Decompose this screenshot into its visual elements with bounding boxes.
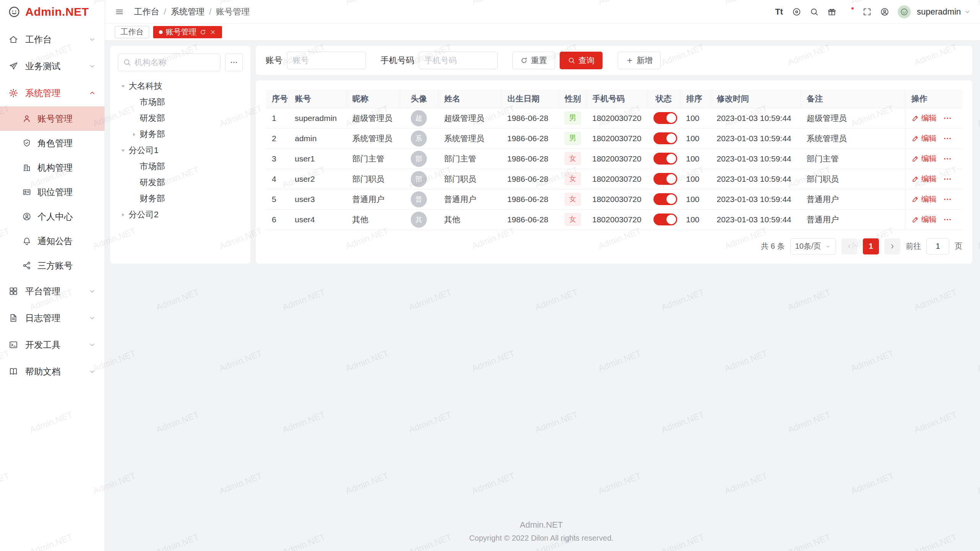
sidebar-subitem-2-3[interactable]: 职位管理 bbox=[0, 180, 105, 204]
table-row: 3 user1 部门主管 部 部门主管 1986-06-28 女 1802003… bbox=[266, 148, 962, 169]
add-button[interactable]: 新增 bbox=[618, 52, 661, 69]
cell-remark: 系统管理员 bbox=[800, 128, 905, 148]
component-size-icon[interactable] bbox=[789, 4, 804, 20]
breadcrumb-item-workbench[interactable]: 工作台 bbox=[134, 6, 159, 18]
next-page-button[interactable] bbox=[884, 238, 900, 254]
avatar: 普 bbox=[411, 191, 427, 207]
more-actions-button[interactable] bbox=[943, 134, 952, 143]
cell-avatar: 其 bbox=[400, 209, 438, 230]
edit-button[interactable]: 编辑 bbox=[911, 153, 937, 164]
username[interactable]: superadmin bbox=[917, 7, 961, 17]
status-toggle[interactable] bbox=[653, 214, 677, 225]
footer: Admin.NET Copyright © 2022 Dilon All rig… bbox=[110, 512, 972, 546]
logo[interactable]: Admin.NET bbox=[0, 0, 105, 24]
caret-icon[interactable] bbox=[119, 83, 126, 90]
tree-node-0[interactable]: 大名科技 bbox=[118, 78, 243, 94]
tree-node-7[interactable]: 财务部 bbox=[118, 191, 243, 207]
org-icon bbox=[22, 163, 31, 172]
tree-node-3[interactable]: 财务部 bbox=[118, 126, 243, 142]
cell-gender: 女 bbox=[559, 209, 586, 230]
status-toggle[interactable] bbox=[653, 132, 677, 144]
status-toggle[interactable] bbox=[653, 193, 677, 205]
tree-node-5[interactable]: 市场部 bbox=[118, 158, 243, 174]
notification-icon[interactable] bbox=[842, 4, 857, 20]
edit-button[interactable]: 编辑 bbox=[911, 174, 937, 184]
account-input[interactable] bbox=[287, 52, 366, 69]
content-row: 大名科技 市场部 研发部 财务部 分公司1 市场部 研发部 财务部 分公司2 bbox=[110, 46, 972, 264]
search-icon bbox=[123, 58, 131, 67]
more-actions-button[interactable] bbox=[943, 195, 952, 204]
chevron-down-icon bbox=[88, 368, 96, 375]
user-avatar[interactable] bbox=[898, 5, 911, 18]
sidebar-subitem-2-6[interactable]: 三方账号 bbox=[0, 253, 105, 278]
sidebar-item-2[interactable]: 系统管理 bbox=[0, 80, 105, 106]
tab-close-icon[interactable] bbox=[209, 29, 216, 36]
sidebar-subitem-2-2[interactable]: 机构管理 bbox=[0, 155, 105, 180]
theme-icon[interactable] bbox=[824, 4, 840, 20]
cell-avatar: 超 bbox=[400, 108, 438, 128]
tab-workbench[interactable]: 工作台 bbox=[115, 26, 149, 38]
tree-node-2[interactable]: 研发部 bbox=[118, 110, 243, 126]
edit-button[interactable]: 编辑 bbox=[911, 133, 937, 143]
tab-account-management[interactable]: 账号管理 bbox=[153, 26, 222, 38]
sidebar-item-5[interactable]: 开发工具 bbox=[0, 331, 105, 358]
chevron-down-icon bbox=[88, 62, 96, 70]
tree-node-8[interactable]: 分公司2 bbox=[118, 207, 243, 223]
sidebar-item-6[interactable]: 帮助文档 bbox=[0, 358, 105, 385]
status-toggle[interactable] bbox=[653, 173, 677, 185]
cell-remark: 部门主管 bbox=[800, 148, 905, 169]
footer-title: Admin.NET bbox=[110, 520, 972, 530]
sidebar-collapse-icon[interactable] bbox=[112, 4, 127, 20]
search-icon[interactable] bbox=[807, 4, 822, 20]
prev-page-button[interactable] bbox=[841, 238, 858, 254]
phone-input[interactable] bbox=[419, 52, 498, 69]
toggle-knob bbox=[666, 113, 676, 123]
tab-refresh-icon[interactable] bbox=[199, 29, 206, 36]
sidebar-item-3[interactable]: 平台管理 bbox=[0, 278, 105, 305]
add-label: 新增 bbox=[637, 55, 653, 66]
chevron-down-icon[interactable] bbox=[964, 8, 971, 15]
gear-icon bbox=[8, 88, 18, 98]
breadcrumb-item-system[interactable]: 系统管理 bbox=[171, 6, 204, 18]
sidebar-subitem-2-0[interactable]: 账号管理 bbox=[0, 106, 105, 131]
org-search-input[interactable] bbox=[134, 58, 216, 67]
tree-node-4[interactable]: 分公司1 bbox=[118, 142, 243, 158]
app-root: Admin.NET 工作台 业务测试 系统管理 账号管理 角色管理 bbox=[0, 0, 980, 551]
tree-node-label: 财务部 bbox=[140, 193, 165, 204]
sidebar-subitem-2-1[interactable]: 角色管理 bbox=[0, 131, 105, 155]
sidebar-subitem-2-4[interactable]: 个人中心 bbox=[0, 204, 105, 229]
fullscreen-icon[interactable] bbox=[859, 4, 875, 20]
users-table: 序号账号昵称头像姓名出生日期性别手机号码状态排序修改时间备注操作 1 super… bbox=[266, 90, 962, 230]
org-more-button[interactable] bbox=[225, 54, 243, 71]
sidebar-item-1[interactable]: 业务测试 bbox=[0, 53, 105, 80]
tree-node-1[interactable]: 市场部 bbox=[118, 94, 243, 110]
caret-icon[interactable] bbox=[119, 211, 126, 218]
page-1-button[interactable]: 1 bbox=[863, 238, 879, 254]
cell-status bbox=[647, 148, 680, 169]
edit-button[interactable]: 编辑 bbox=[911, 113, 937, 123]
reset-button[interactable]: 重置 bbox=[512, 52, 555, 69]
more-actions-button[interactable] bbox=[943, 114, 952, 123]
sidebar-subitem-2-5[interactable]: 通知公告 bbox=[0, 229, 105, 253]
sidebar-item-4[interactable]: 日志管理 bbox=[0, 305, 105, 331]
cell-birth-date: 1986-06-28 bbox=[501, 108, 559, 128]
status-toggle[interactable] bbox=[653, 112, 677, 124]
font-size-icon[interactable]: Tt bbox=[771, 4, 787, 20]
query-button[interactable]: 查询 bbox=[560, 52, 603, 69]
more-actions-button[interactable] bbox=[943, 215, 952, 224]
tree-node-6[interactable]: 研发部 bbox=[118, 174, 243, 191]
caret-icon[interactable] bbox=[131, 131, 137, 138]
circle-dot-icon bbox=[792, 7, 801, 16]
user-icon[interactable] bbox=[877, 4, 892, 20]
more-actions-button[interactable] bbox=[943, 154, 952, 163]
goto-page-input[interactable] bbox=[926, 238, 949, 254]
edit-button[interactable]: 编辑 bbox=[911, 214, 937, 225]
edit-button[interactable]: 编辑 bbox=[911, 194, 937, 204]
more-actions-button[interactable] bbox=[943, 174, 952, 184]
column-header-actions: 操作 bbox=[905, 90, 962, 108]
caret-icon[interactable] bbox=[119, 147, 126, 154]
cell-modified-time: 2023-01-03 10:59:44 bbox=[710, 189, 800, 209]
sidebar-item-0[interactable]: 工作台 bbox=[0, 26, 105, 53]
page-size-select[interactable]: 10条/页 bbox=[790, 238, 836, 254]
status-toggle[interactable] bbox=[653, 153, 677, 165]
